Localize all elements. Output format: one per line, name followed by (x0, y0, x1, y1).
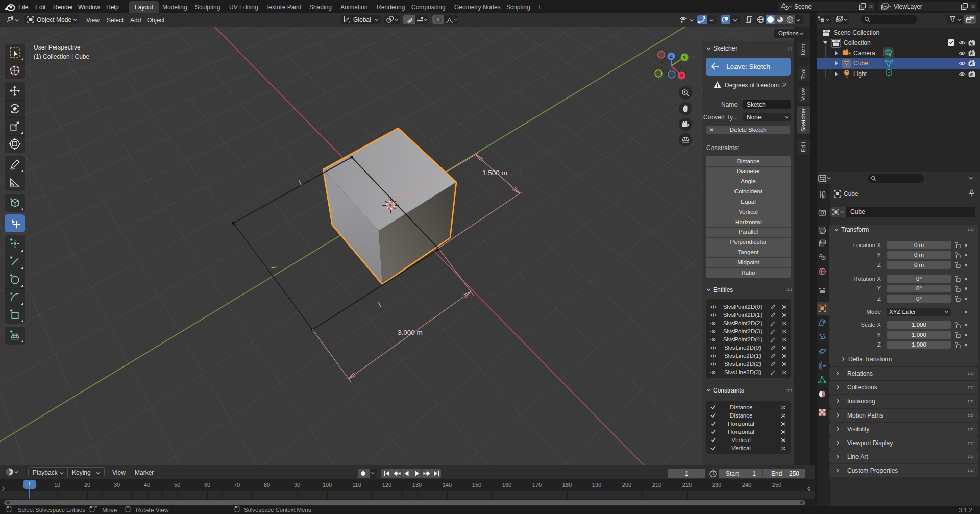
svg-text:1.500 m: 1.500 m (482, 169, 507, 177)
svg-text:Y: Y (683, 54, 687, 60)
svg-text:Z: Z (670, 53, 673, 59)
svg-text:3.000 m: 3.000 m (398, 329, 423, 336)
svg-text:X: X (680, 72, 683, 78)
